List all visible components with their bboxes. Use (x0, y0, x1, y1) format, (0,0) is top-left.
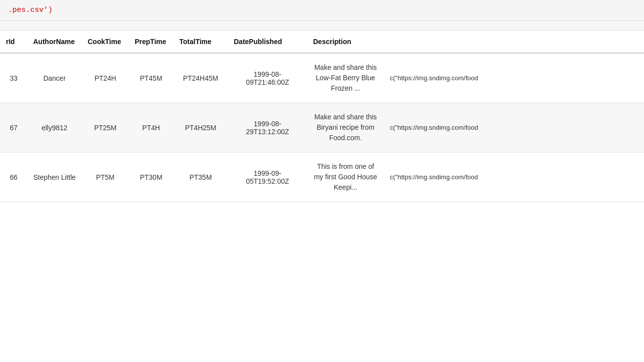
col-header-id: rId (0, 31, 27, 53)
cell-totaltime: PT24H45M (173, 53, 228, 103)
cell-preptime: PT30M (129, 153, 173, 202)
cell-link: c("https://img.sndimg.com/food (384, 153, 644, 202)
col-header-link (384, 31, 644, 53)
cell-description: This is from one of my first Good House … (307, 153, 384, 202)
cell-datepublished: 1999-09-05T19:52:00Z (228, 153, 307, 202)
spacer (0, 21, 644, 31)
table-row: 67elly9812PT25MPT4HPT4H25M1999-08-29T13:… (0, 103, 644, 153)
table-row: 66Stephen LittlePT5MPT30MPT35M1999-09-05… (0, 153, 644, 202)
col-header-author: AuthorName (27, 31, 82, 53)
data-table: rId AuthorName CookTime PrepTime TotalTi… (0, 31, 644, 202)
code-bar: .pes.csv') (0, 0, 644, 21)
cell-preptime: PT4H (129, 103, 173, 153)
col-header-preptime: PrepTime (129, 31, 173, 53)
col-header-datepublished: DatePublished (228, 31, 307, 53)
cell-link: c("https://img.sndimg.com/food (384, 103, 644, 153)
cell-author: Dancer (27, 53, 82, 103)
cell-cooktime: PT24H (82, 53, 129, 103)
table-row: 33DancerPT24HPT45MPT24H45M1999-08-09T21:… (0, 53, 644, 103)
cell-preptime: PT45M (129, 53, 173, 103)
cell-cooktime: PT5M (82, 153, 129, 202)
table-header-row: rId AuthorName CookTime PrepTime TotalTi… (0, 31, 644, 53)
cell-datepublished: 1999-08-09T21:46:00Z (228, 53, 307, 103)
cell-totaltime: PT4H25M (173, 103, 228, 153)
cell-id: 66 (0, 153, 27, 202)
cell-link: c("https://img.sndimg.com/food (384, 53, 644, 103)
col-header-cooktime: CookTime (82, 31, 129, 53)
cell-author: elly9812 (27, 103, 82, 153)
data-table-container: rId AuthorName CookTime PrepTime TotalTi… (0, 31, 644, 202)
col-header-totaltime: TotalTime (173, 31, 228, 53)
cell-id: 67 (0, 103, 27, 153)
cell-id: 33 (0, 53, 27, 103)
cell-description: Make and share this Low-Fat Berry Blue F… (307, 53, 384, 103)
cell-cooktime: PT25M (82, 103, 129, 153)
cell-datepublished: 1999-08-29T13:12:00Z (228, 103, 307, 153)
cell-author: Stephen Little (27, 153, 82, 202)
cell-description: Make and share this Biryani recipe from … (307, 103, 384, 153)
cell-totaltime: PT35M (173, 153, 228, 202)
col-header-description: Description (307, 31, 384, 53)
table-body: 33DancerPT24HPT45MPT24H45M1999-08-09T21:… (0, 53, 644, 202)
code-snippet: .pes.csv') (8, 6, 53, 14)
